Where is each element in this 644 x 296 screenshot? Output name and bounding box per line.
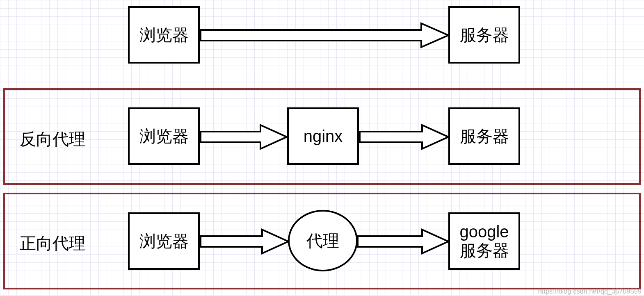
reverse-proxy-label: 反向代理 — [20, 128, 85, 150]
svg-marker-2 — [360, 125, 448, 149]
row2-browser-box: 浏览器 — [128, 107, 200, 165]
row3-browser-box: 浏览器 — [128, 212, 200, 270]
row3-middle-text: 代理 — [306, 231, 339, 250]
row2-arrow-2 — [359, 124, 449, 150]
row3-middle-ellipse: 代理 — [288, 210, 358, 271]
row1-server-box: 服务器 — [448, 6, 520, 64]
row2-browser-text: 浏览器 — [139, 127, 189, 146]
row3-browser-text: 浏览器 — [139, 232, 189, 250]
svg-marker-3 — [201, 230, 288, 253]
row1-browser-box: 浏览器 — [128, 6, 200, 64]
row2-server-text: 服务器 — [460, 127, 509, 146]
forward-proxy-label: 正向代理 — [20, 232, 85, 255]
row3-server-text: google 服务器 — [459, 222, 509, 260]
row2-server-box: 服务器 — [448, 107, 520, 165]
svg-marker-1 — [201, 125, 287, 149]
svg-marker-0 — [201, 23, 448, 47]
svg-marker-4 — [358, 230, 448, 253]
row3-arrow-1 — [200, 229, 289, 254]
row3-server-box: google 服务器 — [448, 212, 520, 270]
row2-middle-box: nginx — [287, 107, 359, 165]
watermark-text: https://blog.csdn.net/qq_35709559 — [538, 288, 642, 295]
row2-arrow-1 — [200, 124, 288, 150]
row1-browser-text: 浏览器 — [139, 25, 189, 44]
row1-server-text: 服务器 — [460, 25, 509, 44]
row1-arrow — [200, 23, 449, 48]
row3-arrow-2 — [357, 229, 449, 254]
row2-middle-text: nginx — [304, 127, 343, 146]
